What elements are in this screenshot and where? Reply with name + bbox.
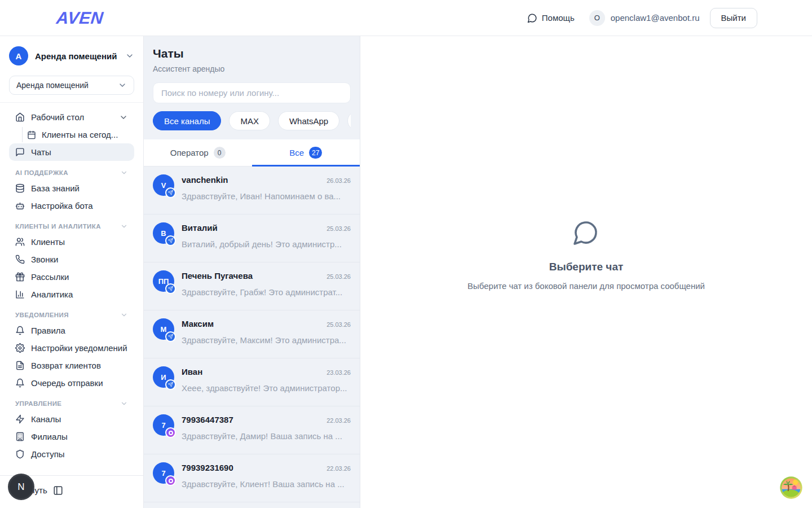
- chat-list-item[interactable]: Vvanchenkin26.03.26Здравствуйте, Иван! Н…: [144, 167, 360, 214]
- chat-list-item[interactable]: ВВиталий25.03.26Виталий, добрый день! Эт…: [144, 214, 360, 262]
- workspace-select[interactable]: Аренда помещений: [9, 76, 134, 95]
- sidebar-item-label: Очередь отправки: [31, 378, 103, 388]
- chat-item-main: 7993644738722.03.26Здравствуйте, Дамир! …: [182, 415, 351, 454]
- chats-panel: Чаты Ассистент арендыо Все каналыMAXWhat…: [144, 36, 360, 508]
- sidebar-item-звонки[interactable]: Звонки: [9, 251, 134, 268]
- telegram-channel-badge-icon: [165, 379, 176, 390]
- home-icon: [15, 112, 25, 122]
- chat-preview: Хеее, здравствуйте! Это администратор...: [182, 383, 351, 393]
- chats-subtitle: Ассистент арендыо: [153, 64, 351, 73]
- max-channel-badge-icon: [165, 475, 176, 486]
- section-label: AI ПОДДЕРЖКА: [15, 169, 68, 176]
- shield-icon: [15, 449, 25, 459]
- sidebar-item-label: Правила: [31, 326, 65, 335]
- chats-title: Чаты: [153, 47, 351, 60]
- dev-widget-button[interactable]: N: [8, 474, 34, 500]
- user-avatar[interactable]: O: [589, 10, 605, 26]
- sidebar-item-база-знаний[interactable]: База знаний: [9, 179, 134, 197]
- help-label: Помощь: [542, 13, 575, 23]
- database-icon: [15, 183, 25, 193]
- chat-date: 26.03.26: [326, 177, 351, 184]
- chevron-down-icon: [120, 222, 128, 230]
- tropical-island-icon: [779, 476, 803, 500]
- chevron-down-icon: [120, 311, 128, 319]
- sidebar-item-клиенты[interactable]: Клиенты: [9, 233, 134, 251]
- file-icon: [15, 361, 25, 370]
- send-icon: [168, 286, 173, 291]
- chat-list-item[interactable]: 77993923169022.03.26Здравствуйте, Клиент…: [144, 454, 360, 502]
- users-icon: [15, 237, 25, 247]
- channel-chip-telegram[interactable]: Telegram: [347, 111, 351, 130]
- section-label: КЛИЕНТЫ И АНАЛИТИКА: [15, 223, 101, 230]
- gear-icon: [15, 343, 25, 353]
- phone-icon: [15, 255, 25, 264]
- tab-count-badge: 0: [214, 147, 226, 159]
- sidebar-item-label: Настройки уведомлений: [31, 343, 127, 353]
- section-header-управление[interactable]: УПРАВЛЕНИЕ: [9, 396, 134, 410]
- chat-name: vanchenkin: [182, 175, 228, 185]
- chat-preview: Здравствуйте, Дамир! Ваша запись на ...: [182, 431, 351, 441]
- sidebar-item-правила[interactable]: Правила: [9, 322, 134, 339]
- sidebar-item-label: Доступы: [31, 449, 65, 459]
- sidebar-item-label: Каналы: [31, 414, 61, 424]
- sidebar-item-label: Филиалы: [31, 432, 68, 441]
- chat-date: 25.03.26: [326, 321, 351, 328]
- chat-search-input[interactable]: [153, 82, 351, 103]
- channel-chip-whatsapp[interactable]: WhatsApp: [278, 111, 339, 130]
- sidebar-item-настройка-бота[interactable]: Настройка бота: [9, 197, 134, 214]
- sidebar-item-аналитика[interactable]: Аналитика: [9, 286, 134, 303]
- chat-avatar: М: [153, 318, 174, 340]
- chat-list-item[interactable]: ПППечень Пугачева25.03.26Здравствуйте, Г…: [144, 262, 360, 310]
- section-header-уведомления[interactable]: УВЕДОМЛЕНИЯ: [9, 308, 134, 322]
- max-channel-badge-icon: [165, 427, 176, 438]
- chevron-down-icon: [125, 51, 134, 60]
- chats-panel-header: Чаты Ассистент арендыо Все каналыMAXWhat…: [144, 36, 360, 130]
- chat-preview: Здравствуйте, Грабж! Это администрат...: [182, 287, 351, 297]
- help-button[interactable]: Помощь: [527, 13, 575, 23]
- section-header-клиенты-и-аналитика[interactable]: КЛИЕНТЫ И АНАЛИТИКА: [9, 219, 134, 233]
- section-label: УВЕДОМЛЕНИЯ: [15, 312, 69, 318]
- chat-name: Максим: [182, 319, 214, 329]
- tab-все[interactable]: Все27: [252, 139, 360, 166]
- help-bubble-icon: [527, 13, 537, 23]
- send-icon: [168, 382, 173, 387]
- section-header-ai-поддержка[interactable]: AI ПОДДЕРЖКА: [9, 165, 134, 179]
- channel-chip-все-каналы[interactable]: Все каналы: [153, 111, 221, 130]
- sidebar-subitem-клиенты-на-сегод-[interactable]: Клиенты на сегод...: [9, 126, 134, 143]
- sidebar-item-чаты[interactable]: Чаты: [9, 143, 134, 161]
- chat-preview: Здравствуйте, Максим! Это администра...: [182, 335, 351, 345]
- chat-date: 22.03.26: [326, 417, 351, 424]
- chevron-down-icon: [118, 81, 127, 90]
- chat-list-item[interactable]: 77993644738722.03.26Здравствуйте, Дамир!…: [144, 406, 360, 454]
- user-email: openclaw1@avenbot.ru: [611, 13, 700, 23]
- channel-chip-max[interactable]: MAX: [229, 111, 270, 130]
- chat-name: 79936447387: [182, 415, 233, 425]
- sidebar-item-филиалы[interactable]: Филиалы: [9, 428, 134, 445]
- chevron-down-icon: [120, 400, 128, 408]
- sidebar-item-очередь-отправки[interactable]: Очередь отправки: [9, 374, 134, 392]
- channel-filter-chips: Все каналыMAXWhatsAppTelegram: [153, 111, 351, 130]
- sidebar-item-рабочий-стол[interactable]: Рабочий стол: [9, 108, 134, 126]
- chat-preview: Здравствуйте, Клиент! Ваша запись на ...: [182, 479, 351, 489]
- chat-avatar: V: [153, 174, 174, 196]
- chat-date: 25.03.26: [326, 273, 351, 280]
- sidebar-item-настройки-уведомлений[interactable]: Настройки уведомлений: [9, 339, 134, 357]
- sidebar-item-label: Настройка бота: [31, 201, 93, 211]
- sidebar-nav: Рабочий столКлиенты на сегод...ЧатыAI ПО…: [0, 103, 143, 475]
- chat-preview: Виталий, добрый день! Это администр...: [182, 239, 351, 249]
- tab-оператор[interactable]: Оператор0: [144, 139, 252, 166]
- sidebar-item-каналы[interactable]: Каналы: [9, 410, 134, 428]
- chat-list-item[interactable]: ИИван23.03.26Хеее, здравствуйте! Это адм…: [144, 358, 360, 406]
- chat-list-item[interactable]: ММаксим25.03.26Здравствуйте, Максим! Это…: [144, 310, 360, 358]
- chat-list: Vvanchenkin26.03.26Здравствуйте, Иван! Н…: [144, 167, 360, 508]
- tab-label: Оператор: [170, 148, 209, 157]
- island-widget-button[interactable]: [779, 476, 803, 500]
- workspace-switcher[interactable]: A Аренда помещений: [0, 36, 143, 72]
- sidebar-item-рассылки[interactable]: Рассылки: [9, 268, 134, 286]
- sidebar-item-возврат-клиентов[interactable]: Возврат клиентов: [9, 357, 134, 374]
- sidebar-item-доступы[interactable]: Доступы: [9, 445, 134, 463]
- telegram-channel-badge-icon: [165, 331, 176, 342]
- header-right: Помощь O openclaw1@avenbot.ru Выйти: [527, 8, 757, 28]
- sidebar-item-label: Клиенты: [31, 237, 65, 247]
- logout-button[interactable]: Выйти: [710, 8, 757, 28]
